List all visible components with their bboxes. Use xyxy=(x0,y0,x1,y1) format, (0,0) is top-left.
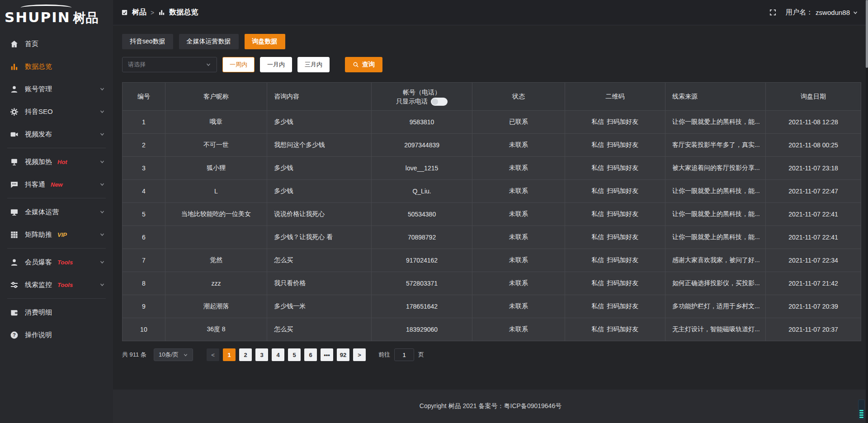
cell-account: 2097344839 xyxy=(371,134,472,157)
status-badge: 已联系 xyxy=(472,111,565,134)
sidebar-item-douyin-seo[interactable]: 抖音SEO xyxy=(0,100,113,123)
sliders-icon xyxy=(10,281,19,289)
page-size-select[interactable]: 10条/页 xyxy=(154,348,193,361)
dm-link[interactable]: 私信 xyxy=(591,302,604,310)
sidebar-item-member-burst[interactable]: 会员爆客 Tools xyxy=(0,251,113,273)
goto-page-input[interactable] xyxy=(394,348,414,361)
range-button-month[interactable]: 一月内 xyxy=(260,57,292,72)
breadcrumb: 树品 > 数据总览 xyxy=(121,8,198,17)
page-scrollbar[interactable] xyxy=(866,0,868,423)
dm-link[interactable]: 私信 xyxy=(591,325,604,333)
dm-link[interactable]: 私信 xyxy=(591,164,604,171)
scan-add-friend-link[interactable]: 扫码加好友 xyxy=(607,141,638,148)
chevron-down-icon xyxy=(99,282,105,287)
page-button-6[interactable]: 6 xyxy=(304,348,317,361)
cell-source[interactable]: 让你一眼就爱上的黑科技，能... xyxy=(665,180,765,203)
status-badge: 未联系 xyxy=(472,157,565,180)
user-icon xyxy=(10,85,19,94)
cell-source[interactable]: 让你一眼就爱上的黑科技，能... xyxy=(665,203,765,226)
page-button-2[interactable]: 2 xyxy=(239,348,252,361)
search-button[interactable]: 查询 xyxy=(345,57,382,72)
cell-account: 50534380 xyxy=(371,203,472,226)
tab-douyin-seo-data[interactable]: 抖音seo数据 xyxy=(122,34,173,49)
cell-source[interactable]: 感谢大家喜欢我家，被问了好... xyxy=(665,249,765,272)
scan-add-friend-link[interactable]: 扫码加好友 xyxy=(607,233,638,240)
sidebar-item-home[interactable]: 首页 xyxy=(0,33,113,55)
dm-link[interactable]: 私信 xyxy=(591,118,604,125)
cell-source[interactable]: 无主灯设计，智能磁吸轨道灯... xyxy=(665,318,765,341)
sidebar-item-video-heat[interactable]: 视频加热 Hot xyxy=(0,150,113,173)
cell-source[interactable]: 让你一眼就爱上的黑科技，能... xyxy=(665,111,765,134)
sidebar-item-lead-monitor[interactable]: 线索监控 Tools xyxy=(0,273,113,296)
logo-text-cn: 树品 xyxy=(73,11,99,25)
tab-inquiry-data[interactable]: 询盘数据 xyxy=(245,34,285,49)
table-row: 5 当地比较能吃的一位美女 说说价格让我死心 50534380 未联系 私信扫码… xyxy=(123,203,861,226)
cell-source[interactable]: 客厅安装投影半年多了，真实... xyxy=(665,134,765,157)
phone-only-toggle[interactable] xyxy=(431,98,448,106)
chevron-down-icon xyxy=(99,209,105,215)
table-row: 2 不可一世 我想问这个多少钱 2097344839 未联系 私信扫码加好友 客… xyxy=(123,134,861,157)
cell-account: 9583810 xyxy=(371,111,472,134)
toggle-knob xyxy=(432,99,438,105)
dm-link[interactable]: 私信 xyxy=(591,187,604,194)
header-no: 编号 xyxy=(123,83,165,111)
floating-widget[interactable] xyxy=(858,400,865,419)
range-button-week[interactable]: 一周内 xyxy=(222,57,255,72)
sidebar-item-omni-media[interactable]: 全媒体运营 xyxy=(0,201,113,223)
scan-add-friend-link[interactable]: 扫码加好友 xyxy=(607,187,638,194)
scan-add-friend-link[interactable]: 扫码加好友 xyxy=(607,210,638,217)
dm-link[interactable]: 私信 xyxy=(591,279,604,287)
page-button-5[interactable]: 5 xyxy=(288,348,301,361)
page-button-92[interactable]: 92 xyxy=(337,348,349,361)
dm-link[interactable]: 私信 xyxy=(591,141,604,148)
more-pages-button[interactable]: ••• xyxy=(321,348,333,361)
dm-link[interactable]: 私信 xyxy=(591,256,604,263)
user-menu[interactable]: 用户名： zswodun88 xyxy=(786,8,858,17)
help-circle-icon: ? xyxy=(10,331,19,339)
status-badge: 未联系 xyxy=(472,295,565,318)
scan-add-friend-link[interactable]: 扫码加好友 xyxy=(607,302,638,310)
dm-link[interactable]: 私信 xyxy=(591,233,604,240)
cell-source[interactable]: 让你一眼就爱上的黑科技，能... xyxy=(665,226,765,249)
sidebar-item-video-publish[interactable]: 视频发布 xyxy=(0,123,113,146)
cell-source[interactable]: 如何正确选择投影仪，买投影... xyxy=(665,272,765,295)
scrollbar-thumb[interactable] xyxy=(866,0,868,68)
next-page-button[interactable]: > xyxy=(353,348,366,361)
sidebar-item-data-overview[interactable]: 数据总览 xyxy=(0,55,113,78)
menu-divider xyxy=(7,148,106,148)
cell-source[interactable]: 被大家追着问的客厅投影分享... xyxy=(665,157,765,180)
tab-omni-media-data[interactable]: 全媒体运营数据 xyxy=(179,34,239,49)
filter-select[interactable]: 请选择 xyxy=(122,57,217,72)
scan-add-friend-link[interactable]: 扫码加好友 xyxy=(607,279,638,287)
sidebar-item-matrix-boost[interactable]: 矩阵助推 VIP xyxy=(0,223,113,246)
sidebar-item-douketong[interactable]: 抖客通 New xyxy=(0,173,113,196)
page-button-3[interactable]: 3 xyxy=(255,348,268,361)
fullscreen-icon[interactable] xyxy=(769,9,777,16)
cell-account: 70898792 xyxy=(371,226,472,249)
grid-icon xyxy=(10,230,19,239)
cell-content: 怎么买 xyxy=(267,249,371,272)
topbar-right: 用户名： zswodun88 xyxy=(769,8,858,17)
prev-page-button[interactable]: < xyxy=(207,348,219,361)
chevron-down-icon xyxy=(99,109,105,114)
scan-add-friend-link[interactable]: 扫码加好友 xyxy=(607,164,638,171)
range-button-quarter[interactable]: 三月内 xyxy=(297,57,330,72)
sidebar-item-help[interactable]: ? 操作说明 xyxy=(0,324,113,346)
cell-no: 3 xyxy=(123,157,165,180)
menu-divider xyxy=(7,198,106,198)
scan-add-friend-link[interactable]: 扫码加好友 xyxy=(607,118,638,125)
breadcrumb-root[interactable]: 树品 xyxy=(132,8,146,17)
chevron-down-icon xyxy=(99,259,105,265)
cell-qrcode: 私信扫码加好友 xyxy=(565,111,665,134)
scan-add-friend-link[interactable]: 扫码加好友 xyxy=(607,256,638,263)
page-button-4[interactable]: 4 xyxy=(272,348,284,361)
header-source: 线索来源 xyxy=(665,83,765,111)
sidebar-item-account-mgmt[interactable]: 账号管理 xyxy=(0,78,113,100)
scan-add-friend-link[interactable]: 扫码加好友 xyxy=(607,325,638,333)
cell-source[interactable]: 多功能护栏灯，适用于乡村文... xyxy=(665,295,765,318)
sidebar-item-label: 线索监控 xyxy=(25,281,52,289)
dm-link[interactable]: 私信 xyxy=(591,210,604,217)
sidebar-item-label: 矩阵助推 xyxy=(25,230,52,239)
sidebar-item-spend-detail[interactable]: 消费明细 xyxy=(0,301,113,324)
page-button-1[interactable]: 1 xyxy=(223,348,236,361)
